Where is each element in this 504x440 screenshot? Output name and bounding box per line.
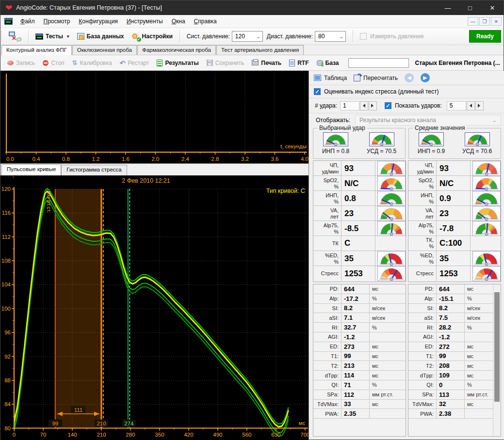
maximize-button[interactable]: □ (459, 0, 481, 15)
parameter-label: %ED,% (408, 251, 437, 266)
parameter-value: 0.9 (437, 191, 471, 206)
show-beats-input[interactable]: 5 (447, 101, 466, 110)
beat-number-input[interactable]: 1 (340, 101, 359, 110)
menu-bar: ФайлПросмотрКонфигурацияИнструментыОкнаС… (0, 15, 504, 28)
svg-text:1.6: 1.6 (122, 156, 130, 162)
print-button[interactable]: Печать (248, 58, 285, 68)
table-button[interactable]: Таблица (314, 75, 347, 81)
measure-value: 109 (437, 371, 465, 380)
measure-value: -15.1 (437, 294, 465, 303)
show-beats-decrement-button[interactable] (467, 101, 475, 110)
next-arrow-button[interactable]: ▶ (421, 73, 430, 82)
tab-3[interactable]: Тест артериального давления (216, 45, 304, 55)
mini-gauge: ИНП = 0.8 (322, 132, 349, 155)
svg-text:560: 560 (242, 432, 251, 438)
measure-row: SPa:112мм рт.ст. (313, 390, 406, 400)
save-button: Сохранить (203, 58, 248, 68)
minimize-button[interactable]: — (437, 0, 459, 15)
stress-index-checkbox[interactable]: ✓ (314, 88, 321, 95)
database-button[interactable]: База данных (73, 31, 128, 42)
menu-файл[interactable]: Файл (16, 16, 39, 27)
tab-1[interactable]: Окклюзионная проба (72, 45, 137, 55)
pulse-curves-chart[interactable]: 8084889296100104108112116120070140210280… (0, 175, 309, 440)
parameter-label: ИНП,% (313, 191, 341, 206)
selected-beat-group: Выбранный удар ИНП = 0.8УСД = 70.5 (313, 128, 406, 159)
settings-button[interactable]: ⚙ Настройки (128, 31, 177, 42)
measure-row: AGI:-1.2 (408, 332, 493, 342)
svg-text:мс: мс (299, 420, 306, 426)
measure-value: 272 (437, 342, 465, 351)
scrollbar[interactable] (493, 284, 501, 436)
time-strip-chart[interactable]: 0.00.40.81.21.62.02.42.83.23.64.0t, секу… (0, 71, 309, 164)
previous-arrow-button[interactable]: ◀ (405, 73, 414, 82)
show-beats-checkbox[interactable]: ✓ (385, 102, 391, 109)
parameter-value: -7.8 (437, 221, 471, 236)
beat-decrement-button[interactable] (360, 101, 368, 110)
toolbar-separator (1, 30, 2, 43)
menu-справка[interactable]: Справка (190, 16, 221, 27)
close-button[interactable]: ✕ (481, 0, 504, 15)
measure-label: aSI: (313, 313, 341, 322)
measure-unit: мс (370, 363, 406, 369)
tab-2[interactable]: Фармакологическая проба (137, 45, 216, 55)
title-bar: ❤ AngioCode: Старых Евгения Петровна (37… (0, 0, 504, 15)
measure-row: TdVMax:32мс (408, 400, 493, 409)
rtf-button[interactable]: RTF (285, 58, 312, 68)
chart-tab-0[interactable]: Пульсовые кривые (1, 164, 61, 175)
tests-button[interactable]: Тесты ▾ (32, 31, 73, 42)
measure-unit: мс (370, 401, 406, 407)
chart-tab-1[interactable]: Гистограмма стресса (61, 165, 127, 175)
svg-text:t, секунды: t, секунды (280, 143, 307, 149)
gauge-hr (473, 161, 500, 175)
gauge-stress (378, 267, 405, 281)
measure-label: T2: (408, 361, 437, 370)
beat-increment-button[interactable] (369, 101, 377, 110)
gauge-value-label: ИНП = 0.8 (322, 148, 349, 155)
base-button[interactable]: База (313, 58, 343, 68)
ready-button[interactable]: Ready (469, 30, 501, 43)
sys-pressure-combobox[interactable]: 120⌄ (232, 31, 263, 42)
measure-label: RI: (408, 323, 437, 332)
device-connection-button[interactable]: ✕ (5, 30, 25, 43)
parameter-label: Стресс (313, 266, 341, 281)
gauge-value-label: УСД = 70.5 (367, 148, 396, 155)
measure-value: 213 (341, 361, 370, 370)
mdi-minimize-button[interactable]: — (468, 17, 478, 26)
measure-value: 32 (437, 400, 465, 409)
average-results-table: ЧП,уд/мин93SpO2,%N/CИНП,%0.9VA,лет23Alp7… (408, 160, 501, 282)
svg-text:2.8: 2.8 (211, 156, 219, 162)
parameter-label: Стресс (408, 266, 437, 281)
svg-text:104: 104 (1, 282, 11, 287)
menu-инструменты[interactable]: Инструменты (122, 16, 167, 27)
document-icon (4, 18, 13, 25)
menu-просмотр[interactable]: Просмотр (39, 16, 75, 27)
measure-label: dTpp: (408, 371, 437, 380)
measure-label: PWA: (408, 409, 437, 418)
chevron-down-icon[interactable]: ▾ (67, 34, 69, 39)
dia-pressure-combobox[interactable]: 80⌄ (315, 31, 346, 42)
table-icon (314, 75, 321, 81)
parameter-value: 35 (341, 251, 375, 266)
tab-0[interactable]: Контурный анализ ФПГ (1, 45, 72, 55)
results-toolbar: Таблица Пересчитать ◀ ▶ (309, 71, 504, 85)
measure-unit: мс (370, 373, 406, 378)
menu-окна[interactable]: Окна (167, 16, 190, 27)
menu-конфигурация[interactable]: Конфигурация (74, 16, 122, 27)
svg-text:111: 111 (74, 407, 82, 413)
mdi-close-button[interactable]: ✕ (491, 17, 502, 26)
measure-value: 112 (341, 390, 370, 399)
measure-pressure-checkbox[interactable] (360, 33, 367, 40)
scrollbar-thumb[interactable] (494, 292, 500, 402)
recalculate-button[interactable]: Пересчитать (354, 75, 398, 81)
show-beats-increment-button[interactable] (475, 101, 484, 110)
gauge-inp (378, 191, 405, 205)
search-input[interactable] (348, 58, 409, 68)
parameter-label: %ED,% (313, 251, 341, 266)
results-button[interactable]: Результаты (153, 58, 202, 68)
stop-button: Стоп (39, 58, 68, 68)
mdi-restore-button[interactable]: ❐ (479, 17, 490, 26)
svg-text:120: 120 (1, 186, 11, 192)
display-channel-dropdown[interactable]: Результаты красного канала ⌄ (355, 115, 501, 126)
parameter-label: VA,лет (313, 206, 341, 221)
printer-icon (252, 60, 259, 65)
